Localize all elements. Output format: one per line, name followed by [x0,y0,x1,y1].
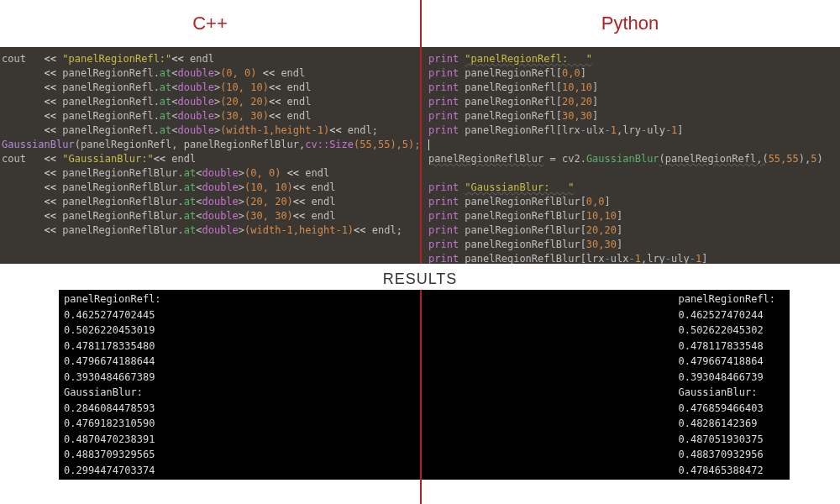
results-heading: RESULTS [0,264,840,290]
cursor-icon [428,139,429,150]
py-line: print panelRegionRefl[lrx-ulx-1,lry-uly-… [428,123,837,138]
console-line: 0.4796674188644 [64,354,664,370]
vertical-divider-top [420,0,422,264]
py-line: print panelRegionRefl[30,30] [428,109,837,123]
cpp-line: GaussianBlur(panelRegionRefl, panelRegio… [2,138,417,152]
python-results-console: panelRegionRefl: 0.462527470244 0.502622… [673,290,790,480]
console-line: panelRegionRefl: [678,291,781,307]
header-cpp: C++ [0,13,420,34]
console-line: 0.48286142369 [678,416,781,432]
cpp-line: << panelRegionReflBlur.at<double>(10, 10… [2,181,417,195]
cpp-line: << panelRegionReflBlur.at<double>(0, 0) … [2,166,417,181]
cpp-line: << panelRegionReflBlur.at<double>(width-… [2,223,417,238]
cpp-line: << panelRegionRefl.at<double>(20, 20)<< … [2,95,417,109]
header-python: Python [420,13,840,34]
console-line: 0.3930484667389 [64,370,664,386]
py-line: print panelRegionReflBlur[0,0] [428,195,837,209]
console-line: 0.393048466739 [678,370,781,386]
cpp-line: << panelRegionRefl.at<double>(30, 30)<< … [2,109,417,123]
py-line: print panelRegionReflBlur[lrx-ulx-1,lry-… [428,252,837,264]
console-line: 0.478465388472 [678,463,781,479]
cpp-line: << panelRegionRefl.at<double>(width-1,he… [2,123,417,138]
py-line: print panelRegionReflBlur[30,30] [428,238,837,252]
console-line: 0.4781178335480 [64,339,664,354]
py-blank [428,166,837,181]
console-line: 0.487051930375 [678,432,781,448]
cpp-line: << panelRegionReflBlur.at<double>(30, 30… [2,209,417,223]
py-line: print panelRegionRefl[10,10] [428,81,837,95]
console-line: 0.476859466403 [678,401,781,417]
cpp-line: << panelRegionRefl.at<double>(0, 0) << e… [2,66,417,81]
console-line: GaussianBlur: [678,385,781,401]
cpp-results-console: panelRegionRefl: 0.4625274702445 0.50262… [59,290,673,480]
console-line: panelRegionRefl: [64,291,664,307]
console-line: 0.4769182310590 [64,416,664,432]
vertical-divider-bottom [420,290,422,504]
console-line: 0.488370932956 [678,447,781,463]
py-line: panelRegionReflBlur = cv2.GaussianBlur(p… [428,152,837,166]
py-line: print "GaussianBlur: " [428,181,837,195]
console-line: 0.462527470244 [678,307,781,323]
cpp-line: << panelRegionReflBlur.at<double>(20, 20… [2,195,417,209]
cpp-code-block: cout << "panelRegionRefl:"<< endl << pan… [0,47,420,264]
console-line: 0.2994474703374 [64,463,664,479]
cpp-line: cout << "panelRegionRefl:"<< endl [2,52,417,66]
console-line: 0.4883709329565 [64,447,664,463]
cpp-line: cout << "GaussianBlur:"<< endl [2,152,417,166]
py-line: print panelRegionRefl[20,20] [428,95,837,109]
python-code-block: print "panelRegionRefl: " print panelReg… [420,47,840,264]
console-line: 0.502622045302 [678,323,781,339]
console-line: 0.4870470238391 [64,432,664,448]
console-line: 0.479667418864 [678,354,781,370]
page-wrapper: C++ Python cout << "panelRegionRefl:"<< … [0,0,840,504]
console-line: GaussianBlur: [64,385,664,401]
py-line-cursor [428,138,837,152]
console-line: 0.478117833548 [678,339,781,354]
py-line: print panelRegionRefl[0,0] [428,66,837,81]
py-line: print panelRegionReflBlur[10,10] [428,209,837,223]
py-line: print panelRegionReflBlur[20,20] [428,223,837,238]
py-line: print "panelRegionRefl: " [428,52,837,66]
cpp-line: << panelRegionRefl.at<double>(10, 10)<< … [2,81,417,95]
console-line: 0.4625274702445 [64,307,664,323]
console-line: 0.2846084478593 [64,401,664,417]
console-line: 0.5026220453019 [64,323,664,339]
